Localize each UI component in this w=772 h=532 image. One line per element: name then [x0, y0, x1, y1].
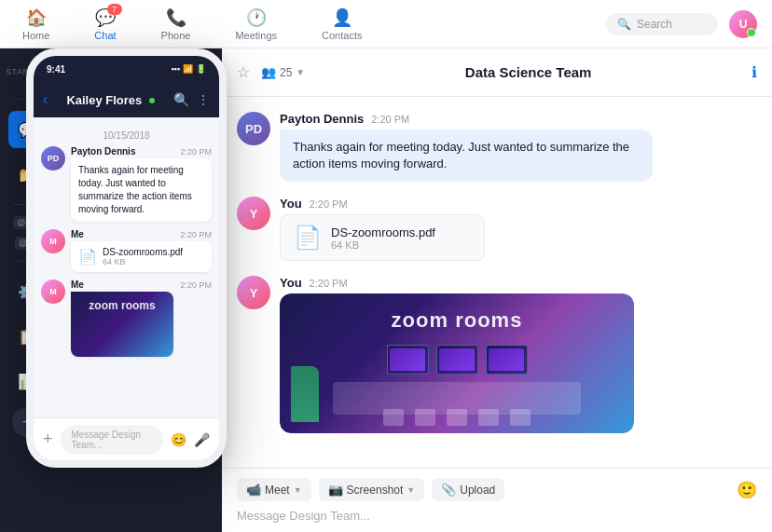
phone-time-3: 2:20 PM — [180, 280, 212, 290]
nav-meetings[interactable]: 🕐 Meetings — [227, 4, 284, 45]
nav-home[interactable]: 🏠 Home — [15, 4, 57, 45]
phone-more-icon[interactable]: ⋮ — [197, 92, 210, 107]
monitor-3 — [486, 345, 528, 375]
phone-icon: 📞 — [166, 7, 186, 28]
phone-emoji-button[interactable]: 😊 — [171, 432, 186, 447]
meet-icon: 📹 — [246, 483, 261, 497]
screenshot-button[interactable]: 📷 Screenshot ▼ — [319, 478, 425, 501]
monitor-2 — [436, 345, 478, 375]
message-1-bubble: Thanks again for meeting today. Just wan… — [280, 130, 653, 182]
search-text: Search — [637, 18, 672, 31]
signal-icon: ▪▪▪ — [171, 64, 180, 74]
phone-status-icons: ▪▪▪ 📶 🔋 — [171, 64, 206, 74]
meetings-icon: 🕐 — [246, 7, 267, 28]
nav-contacts[interactable]: 👤 Contacts — [314, 4, 369, 45]
nav-chat[interactable]: 💬 Chat 7 — [87, 4, 123, 45]
phone-bubble-1: Thanks again for meeting today. Just wan… — [71, 158, 212, 222]
phone-chat-area: 10/15/2018 PD Payton Dennis 2:20 PM Than… — [34, 117, 219, 417]
phone-msg-meta-2: Me 2:20 PM — [71, 229, 212, 239]
members-count: 25 — [280, 66, 292, 79]
phone-avatar-3: M — [41, 280, 65, 304]
chair-3 — [447, 409, 467, 426]
phone-message-3: M Me 2:20 PM zoom rooms — [41, 280, 212, 357]
phone-message-1: PD Payton Dennis 2:20 PM Thanks again fo… — [41, 146, 212, 222]
phone-message-input[interactable]: Message Design Team... — [61, 425, 163, 455]
phone-file-card[interactable]: 📄 DS-zoomrooms.pdf 64 KB — [71, 241, 212, 272]
members-dropdown-icon: ▼ — [296, 67, 305, 77]
phone-add-button[interactable]: + — [43, 430, 53, 449]
nav-phone[interactable]: 📞 Phone — [154, 4, 199, 45]
zoom-logo: zoom rooms — [392, 308, 523, 333]
members-info[interactable]: 👥 25 ▼ — [261, 65, 305, 79]
phone-pdf-icon: 📄 — [78, 248, 97, 266]
upload-button[interactable]: 📎 Upload — [432, 478, 504, 501]
time-3: 2:20 PM — [310, 278, 348, 289]
phone-back-button[interactable]: ‹ — [43, 91, 48, 108]
phone-msg-meta-1: Payton Dennis 2:20 PM — [71, 146, 212, 157]
phone-file-info: DS-zoomrooms.pdf 64 KB — [103, 247, 183, 266]
phone-msg-body-1: Payton Dennis 2:20 PM Thanks again for m… — [71, 146, 212, 222]
messages-area: PD Payton Dennis 2:20 PM Thanks again fo… — [222, 97, 772, 468]
phone-time: 9:41 — [47, 64, 65, 75]
message-input[interactable] — [237, 509, 757, 523]
phone-sender-2: Me — [71, 229, 84, 239]
message-3-body: You 2:20 PM zoom rooms — [280, 276, 757, 433]
contacts-label: Contacts — [322, 30, 362, 41]
file-attachment[interactable]: 📄 DS-zoomrooms.pdf 64 KB — [280, 214, 485, 261]
home-icon: 🏠 — [26, 7, 47, 28]
message-row-1: PD Payton Dennis 2:20 PM Thanks again fo… — [237, 112, 757, 182]
chat-input-row — [237, 509, 757, 523]
plant-decoration — [291, 366, 319, 422]
message-2-meta: You 2:20 PM — [280, 197, 757, 211]
meet-button[interactable]: 📹 Meet ▼ — [237, 478, 311, 501]
phone-zoom-logo: zoom rooms — [89, 299, 155, 312]
screenshot-chevron: ▼ — [407, 485, 415, 495]
phone-search-icon[interactable]: 🔍 — [173, 92, 189, 107]
time-1: 2:20 PM — [371, 114, 409, 125]
emoji-button[interactable]: 🙂 — [737, 480, 757, 500]
phone-mockup: 9:41 ▪▪▪ 📶 🔋 ‹ Kailey Flores 🔍 ⋮ 10/15/2… — [26, 48, 227, 468]
monitor-row — [387, 345, 528, 375]
phone-image-card: zoom rooms — [71, 292, 173, 357]
chair-2 — [415, 409, 435, 426]
time-2: 2:20 PM — [310, 198, 348, 210]
chat-area: ☆ 👥 25 ▼ Data Science Team ℹ PD Payton D… — [222, 48, 772, 532]
message-2-body: You 2:20 PM 📄 DS-zoomrooms.pdf 64 KB — [280, 197, 757, 261]
screenshot-icon: 📷 — [328, 483, 343, 497]
message-row-2: Y You 2:20 PM 📄 DS-zoomrooms.pdf 64 KB — [237, 197, 757, 261]
user-avatar[interactable]: U — [729, 10, 757, 38]
chair-1 — [383, 409, 404, 426]
top-navigation: 🏠 Home 💬 Chat 7 📞 Phone 🕐 Meetings 👤 Con… — [0, 0, 772, 48]
chat-input-area: 📹 Meet ▼ 📷 Screenshot ▼ 📎 Upload 🙂 — [222, 468, 772, 532]
chairs — [383, 409, 531, 426]
chat-image: zoom rooms — [280, 293, 634, 433]
monitor-1 — [387, 345, 429, 375]
phone-file-name: DS-zoomrooms.pdf — [103, 247, 183, 257]
phone-date-divider: 10/15/2018 — [41, 130, 212, 141]
online-indicator — [149, 98, 155, 103]
bookmark-icon[interactable]: ☆ — [237, 63, 250, 81]
info-icon[interactable]: ℹ — [751, 63, 757, 81]
you-avatar-2: Y — [237, 276, 270, 309]
phone-time-1: 2:20 PM — [180, 147, 212, 157]
upload-icon: 📎 — [441, 483, 456, 497]
chair-4 — [478, 409, 499, 426]
chat-header: ☆ 👥 25 ▼ Data Science Team ℹ — [222, 48, 772, 97]
file-name: DS-zoomrooms.pdf — [331, 225, 435, 239]
pdf-icon: 📄 — [294, 225, 322, 251]
message-3-meta: You 2:20 PM — [280, 276, 757, 290]
file-info: DS-zoomrooms.pdf 64 KB — [331, 225, 435, 251]
chair-5 — [510, 409, 531, 426]
search-box[interactable]: 🔍 Search — [606, 13, 718, 35]
phone-mic-button[interactable]: 🎤 — [194, 432, 210, 447]
members-icon: 👥 — [261, 65, 276, 79]
chat-label: Chat — [94, 30, 116, 41]
message-1-body: Payton Dennis 2:20 PM Thanks again for m… — [280, 112, 757, 182]
phone-sender-3: Me — [71, 280, 84, 290]
phone-file-size: 64 KB — [103, 257, 183, 266]
phone-label: Phone — [161, 30, 191, 41]
home-label: Home — [22, 30, 49, 41]
sender-3: You — [280, 276, 302, 290]
meetings-label: Meetings — [235, 30, 277, 41]
message-1-meta: Payton Dennis 2:20 PM — [280, 112, 757, 126]
